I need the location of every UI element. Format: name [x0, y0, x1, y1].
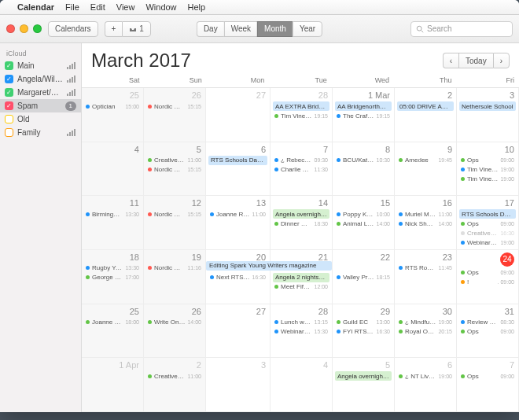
view-day[interactable]: Day [197, 21, 224, 37]
event[interactable]: Royal Ope…20:15 [397, 327, 454, 337]
day-cell[interactable]: 28Lunch wit…13:15Webinar p…15:30 [271, 304, 333, 359]
event[interactable]: Muriel Mc…11:00 [397, 209, 454, 219]
event[interactable]: Angela overnigh… [273, 209, 329, 219]
event[interactable]: The Craft…19:15 [335, 111, 392, 120]
day-cell[interactable]: 23RTS Road…11:45 [395, 250, 457, 304]
event[interactable]: Valley Pre…18:15 [335, 273, 392, 282]
event[interactable]: Angela overnigh… [335, 371, 392, 381]
day-cell[interactable]: 27 [206, 304, 271, 359]
event[interactable]: Write On! r…14:00 [146, 318, 203, 327]
day-cell[interactable]: 20Editing Spark Young Writers magazineNe… [206, 250, 271, 304]
event[interactable]: Joanne an…18:00 [84, 318, 141, 327]
day-cell[interactable]: 27 [206, 88, 271, 142]
next-button[interactable]: › [493, 53, 510, 68]
event[interactable]: Ops09:00 [459, 371, 516, 381]
calendar-checkbox[interactable]: ✓ [5, 101, 13, 110]
event[interactable]: Nordic Wa…15:15 [146, 209, 203, 219]
event[interactable]: Creative S…11:00 [146, 371, 203, 381]
day-cell[interactable]: 16Muriel Mc…11:00Nick Shar…14:00 [395, 196, 457, 250]
sidebar-item[interactable]: ✓Spam1 [0, 99, 81, 112]
event[interactable]: Review of…08:30 [459, 318, 516, 327]
event[interactable]: Lunch wit…13:15 [273, 318, 329, 327]
view-month[interactable]: Month [257, 21, 293, 37]
event[interactable]: Ops09:00 [459, 327, 516, 337]
calendar-checkbox[interactable]: ✓ [5, 88, 13, 97]
event[interactable]: Webinar p…15:30 [273, 327, 329, 337]
event[interactable]: Nick Shar…14:00 [397, 219, 454, 228]
inbox-button[interactable]: 1 [122, 21, 150, 37]
event[interactable]: FYI RTS E…16:30 [335, 327, 392, 337]
event[interactable]: Tim Vine:…19:00 [459, 175, 516, 184]
sidebar-item[interactable]: Family [0, 126, 81, 139]
event[interactable]: AA Bridgenorth… [335, 101, 392, 111]
event[interactable]: Angela 2 nights… [273, 273, 329, 282]
sidebar-item[interactable]: ✓Angela/Willi… [0, 72, 81, 86]
view-year[interactable]: Year [293, 21, 322, 37]
event[interactable]: Birmingham…13:30 [84, 209, 141, 219]
day-cell[interactable]: 1 Apr [82, 358, 144, 412]
event-span[interactable]: Editing Spark Young Writers magazine [206, 261, 332, 271]
day-cell[interactable]: 26Nordic Wa…15:15 [144, 88, 206, 142]
event[interactable]: Nordic Wa…11:16 [146, 263, 203, 273]
day-cell[interactable]: 19Nordic Wa…11:16 [144, 250, 206, 304]
day-cell[interactable]: 7¿ Rebecca…09:30Charlie Jor…11:30 [271, 142, 333, 197]
event[interactable]: ¿ Mindfuln…19:00 [397, 318, 454, 327]
sidebar-item[interactable]: ✓Main [0, 59, 81, 72]
menu-file[interactable]: File [65, 2, 79, 12]
event[interactable]: RTS Schools Da… [208, 156, 267, 165]
day-cell[interactable]: 4 [82, 142, 144, 197]
sidebar-item[interactable]: Old [0, 112, 81, 126]
view-week[interactable]: Week [224, 21, 257, 37]
event[interactable]: RTS Schools Da… [459, 209, 516, 219]
day-cell[interactable]: 12Nordic Wa…15:15 [144, 196, 206, 250]
menu-window[interactable]: Window [145, 2, 176, 12]
event[interactable]: Next RTS…16:30 [208, 273, 267, 282]
day-cell[interactable]: 3Nethersole School [457, 88, 519, 142]
calendar-checkbox[interactable] [5, 128, 13, 137]
event[interactable]: Joanne Ri…11:00 [208, 209, 267, 219]
calendar-checkbox[interactable]: ✓ [5, 61, 13, 70]
menu-app[interactable]: Calendar [17, 2, 54, 12]
event[interactable]: Nordic Wa…15:15 [146, 165, 203, 175]
day-cell[interactable]: 5Creative S…11:00Nordic Wa…15:15 [144, 142, 206, 197]
day-cell[interactable]: 6¿ NT Live…19:00 [395, 358, 457, 412]
event[interactable]: Ops09:00 [459, 219, 516, 228]
event[interactable]: Charlie Jor…11:30 [273, 165, 329, 175]
calendar-checkbox[interactable] [5, 115, 13, 123]
event[interactable]: Poppy Kee…10:00 [335, 209, 392, 219]
menu-view[interactable]: View [116, 2, 135, 12]
day-cell[interactable]: 22Valley Pre…18:15 [333, 250, 395, 304]
event[interactable]: Animal Lul…14:00 [335, 219, 392, 228]
day-cell[interactable]: 7Ops09:00 [457, 358, 519, 412]
day-cell[interactable]: 26Write On! r…14:00 [144, 304, 206, 359]
event[interactable]: Tim Vine:…19:00 [459, 165, 516, 175]
day-cell[interactable]: 2Creative S…11:00 [144, 358, 206, 412]
day-cell[interactable]: 13Joanne Ri…11:00 [206, 196, 271, 250]
day-cell[interactable]: 205:00 DRIVE AA… [395, 88, 457, 142]
calendar-checkbox[interactable]: ✓ [5, 75, 13, 83]
event[interactable]: Amedee19:45 [397, 156, 454, 165]
close-window[interactable] [6, 24, 15, 33]
day-cell[interactable]: 25Joanne an…18:00 [82, 304, 144, 359]
day-cell[interactable]: 30¿ Mindfuln…19:00Royal Ope…20:15 [395, 304, 457, 359]
event[interactable]: Guild EC13:00 [335, 318, 392, 327]
new-event-button[interactable]: + [105, 21, 123, 37]
prev-button[interactable]: ‹ [443, 53, 458, 68]
event[interactable]: Tim Vine T…19:15 [273, 111, 329, 120]
day-cell[interactable]: 4 [271, 358, 333, 412]
event[interactable]: BCU/Kate…10:30 [335, 156, 392, 165]
day-cell[interactable]: 3 [206, 358, 271, 412]
event[interactable]: Webinar p…19:00 [459, 238, 516, 247]
event[interactable]: Meet Fife…12:00 [273, 282, 329, 292]
day-cell[interactable]: 11Birmingham…13:30 [82, 196, 144, 250]
day-cell[interactable]: 5Angela overnigh… [333, 358, 395, 412]
event[interactable]: Nethersole School [459, 101, 516, 111]
event[interactable]: Creative P…16:30 [459, 228, 516, 238]
event[interactable]: 05:00 DRIVE AA… [397, 101, 454, 111]
event[interactable]: !. 09:00 [459, 278, 516, 287]
minimize-window[interactable] [20, 24, 28, 33]
month-grid[interactable]: 25Optician15:0026Nordic Wa…15:152728AA E… [82, 88, 519, 412]
event[interactable]: Creative S…11:00 [146, 156, 203, 165]
day-cell[interactable]: 8BCU/Kate…10:30 [333, 142, 395, 197]
menu-edit[interactable]: Edit [90, 2, 105, 12]
